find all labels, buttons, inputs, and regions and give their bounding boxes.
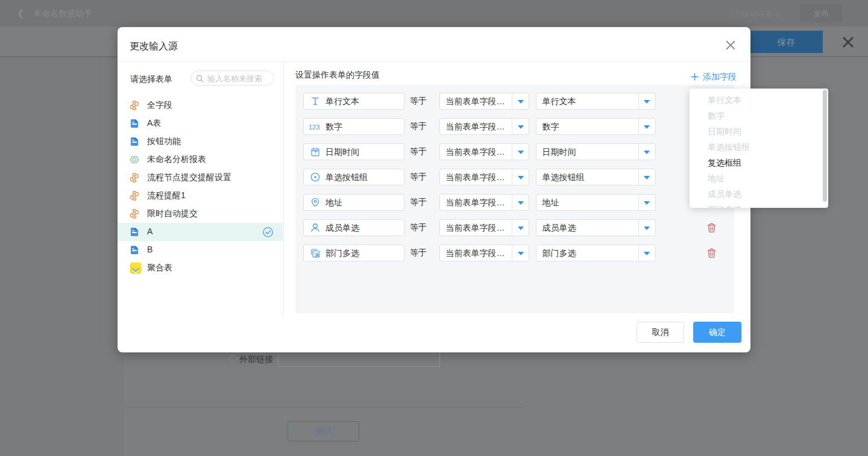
- svg-text:123: 123: [309, 123, 319, 131]
- svg-text:7: 7: [314, 150, 317, 156]
